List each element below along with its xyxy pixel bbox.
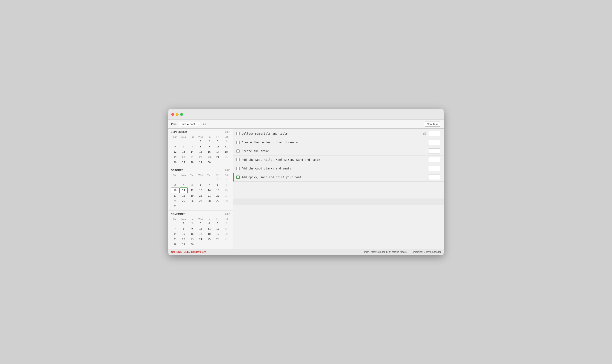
cal-day[interactable]: 22 — [196, 155, 205, 160]
cal-day[interactable]: 5 — [214, 221, 222, 226]
cal-day[interactable]: 8 — [196, 144, 205, 149]
cal-day[interactable]: 4 — [222, 139, 231, 144]
cal-day[interactable]: 26 — [214, 237, 222, 242]
new-task-button[interactable]: New Task — [424, 121, 441, 127]
cal-day[interactable]: 19 — [188, 193, 196, 198]
task-date-cell[interactable] — [428, 174, 440, 180]
cal-day[interactable]: 29 — [179, 242, 188, 247]
cal-day[interactable]: 27 — [179, 160, 188, 165]
cal-day[interactable]: 11 — [205, 226, 214, 231]
task-item[interactable]: Create the frame — [233, 147, 444, 156]
cal-day[interactable]: 7 — [205, 182, 214, 187]
task-checkbox-highlighted[interactable] — [236, 176, 240, 179]
cal-day[interactable]: 28 — [171, 242, 179, 247]
cal-day[interactable]: 24 — [171, 198, 179, 204]
task-date-cell[interactable] — [428, 140, 440, 145]
cal-day[interactable]: 30 — [205, 160, 214, 165]
cal-day[interactable]: 17 — [171, 193, 179, 198]
cal-day[interactable]: 5 — [171, 144, 179, 149]
cal-day[interactable]: 16 — [188, 231, 196, 237]
cal-day[interactable]: 13 — [179, 149, 188, 155]
cal-day[interactable]: 19 — [214, 231, 222, 237]
cal-day[interactable]: 29 — [196, 160, 205, 165]
cal-day[interactable]: 23 — [188, 237, 196, 242]
task-date-cell[interactable] — [428, 148, 440, 154]
cal-day[interactable]: 10 — [196, 226, 205, 231]
cal-day[interactable]: 1 — [214, 177, 222, 182]
cal-day[interactable]: 8 — [214, 182, 222, 187]
cal-day[interactable]: 6 — [196, 182, 205, 187]
cal-day[interactable]: 26 — [171, 160, 179, 165]
cal-day[interactable]: 21 — [205, 193, 214, 198]
cal-day[interactable]: 29 — [214, 198, 222, 204]
cal-day[interactable]: 21 — [188, 155, 196, 160]
cal-day[interactable]: 13 — [196, 187, 205, 193]
cal-day[interactable]: 9 — [205, 144, 214, 149]
cal-day[interactable]: 2 — [222, 177, 231, 182]
cal-day[interactable]: 2 — [205, 139, 214, 144]
cal-day[interactable]: 15 — [214, 187, 222, 193]
cal-day[interactable]: 15 — [196, 149, 205, 155]
cal-day[interactable]: 3 — [214, 139, 222, 144]
cal-day[interactable]: 20 — [196, 193, 205, 198]
cal-day[interactable]: 18 — [179, 193, 188, 198]
cal-day[interactable]: 27 — [196, 198, 205, 204]
cal-day[interactable]: 23 — [222, 193, 231, 198]
cal-day[interactable]: 3 — [196, 221, 205, 226]
cal-day[interactable]: 20 — [222, 231, 231, 237]
cal-day[interactable]: 16 — [205, 149, 214, 155]
cal-day[interactable]: 25 — [179, 198, 188, 204]
external-link-icon[interactable] — [423, 132, 426, 135]
cal-day[interactable]: 21 — [171, 237, 179, 242]
task-item[interactable]: Add the wood planks and seats — [233, 164, 444, 173]
cal-day[interactable]: 14 — [171, 231, 179, 237]
cal-day[interactable]: 22 — [179, 237, 188, 242]
cal-day[interactable]: 19 — [171, 155, 179, 160]
cal-day[interactable]: 6 — [179, 144, 188, 149]
minimize-button[interactable] — [176, 113, 178, 116]
maximize-button[interactable] — [180, 113, 183, 116]
cal-day[interactable]: 12 — [188, 187, 196, 193]
task-checkbox[interactable] — [236, 132, 240, 135]
cal-day[interactable]: 1 — [196, 139, 205, 144]
task-checkbox[interactable] — [236, 141, 240, 144]
cal-day[interactable]: 20 — [179, 155, 188, 160]
cal-day[interactable]: 18 — [205, 231, 214, 237]
cal-day[interactable]: 16 — [222, 187, 231, 193]
cal-day[interactable]: 14 — [188, 149, 196, 155]
cal-day[interactable]: 8 — [179, 226, 188, 231]
cal-day[interactable]: 30 — [188, 242, 196, 247]
cal-day[interactable]: 31 — [171, 204, 179, 209]
cal-day[interactable]: 12 — [171, 149, 179, 155]
panel-resize-divider[interactable]: ... — [233, 199, 444, 204]
cal-day[interactable]: 7 — [188, 144, 196, 149]
cal-day[interactable]: 17 — [196, 231, 205, 237]
task-checkbox[interactable] — [236, 158, 240, 161]
cal-day[interactable]: 17 — [214, 149, 222, 155]
cal-day[interactable]: 6 — [222, 221, 231, 226]
cal-day[interactable]: 7 — [171, 226, 179, 231]
task-item[interactable]: Create the center rib and transom — [233, 138, 444, 147]
cal-day[interactable]: 9 — [222, 182, 231, 187]
cal-day[interactable]: 14 — [205, 187, 214, 193]
close-button[interactable] — [171, 113, 174, 116]
cal-day[interactable]: 1 — [179, 221, 188, 226]
task-item[interactable]: Add the Seat Rails, Keel Strip, Sand and… — [233, 156, 444, 164]
cal-day[interactable]: 25 — [222, 155, 231, 160]
cal-day[interactable]: 13 — [222, 226, 231, 231]
cal-day[interactable]: 23 — [205, 155, 214, 160]
cal-day[interactable]: 28 — [188, 160, 196, 165]
task-date-cell[interactable] — [428, 131, 440, 136]
task-item[interactable]: Collect materials and tools — [233, 130, 444, 138]
cal-day[interactable]: 11 — [222, 144, 231, 149]
cal-day[interactable]: 9 — [188, 226, 196, 231]
cal-day[interactable]: 22 — [214, 193, 222, 198]
cal-day[interactable]: 27 — [222, 237, 231, 242]
task-date-cell[interactable] — [428, 166, 440, 171]
cal-day[interactable]: 18 — [222, 149, 231, 155]
cal-day[interactable]: 12 — [214, 226, 222, 231]
cal-day-10[interactable]: 10 — [171, 187, 179, 193]
cal-day-today[interactable]: 11 — [179, 187, 188, 193]
plan-select-wrapper[interactable]: Build a Boat — [179, 122, 200, 126]
task-checkbox[interactable] — [236, 167, 240, 170]
